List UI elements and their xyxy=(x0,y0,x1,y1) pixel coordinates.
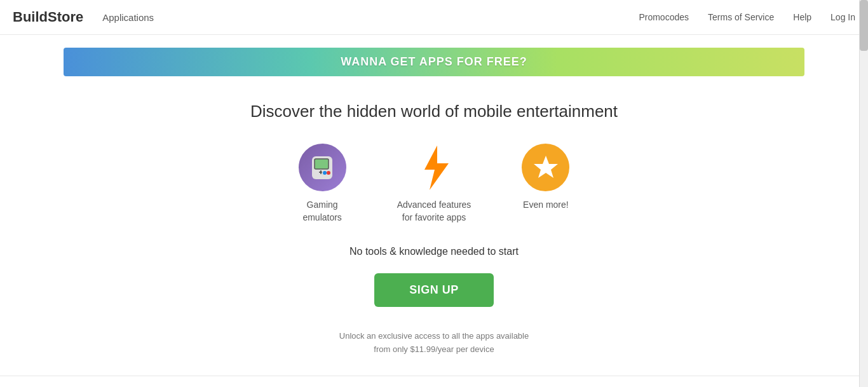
navbar: BuildStore Applications Promocodes Terms… xyxy=(0,0,868,35)
feature-advanced: Advanced featuresfor favorite apps xyxy=(397,144,471,224)
feature-gaming-emulators: Gamingemulators xyxy=(299,144,346,224)
svg-marker-6 xyxy=(424,146,449,190)
star-icon-wrap xyxy=(522,144,569,191)
star-svg xyxy=(532,154,560,182)
lightning-svg xyxy=(417,146,452,190)
scrollbar-thumb[interactable] xyxy=(860,0,868,51)
nav-link-promocodes[interactable]: Promocodes xyxy=(639,12,689,22)
feature-even-more: Even more! xyxy=(522,144,569,224)
advanced-features-label: Advanced featuresfor favorite apps xyxy=(397,199,471,224)
nav-link-terms[interactable]: Terms of Service xyxy=(708,12,774,22)
hero-title: Discover the hidden world of mobile ente… xyxy=(13,102,855,121)
nav-link-help[interactable]: Help xyxy=(793,12,811,22)
banner-text: WANNA GET APPS FOR FREE? xyxy=(341,55,527,69)
nav-link-login[interactable]: Log In xyxy=(831,12,855,22)
unlock-text: Unlock an exclusive access to all the ap… xyxy=(13,330,855,356)
gaming-emulators-icon xyxy=(299,144,346,191)
signup-button[interactable]: SIGN UP xyxy=(374,273,494,307)
svg-point-3 xyxy=(323,171,327,175)
promo-banner: WANNA GET APPS FOR FREE? xyxy=(64,48,804,76)
features-row: Gamingemulators Advanced featuresfor fav… xyxy=(13,144,855,224)
advanced-icon-wrap xyxy=(410,144,458,191)
no-tools-text: No tools & knowledge needed to start xyxy=(13,246,855,257)
gaming-emulators-label: Gamingemulators xyxy=(302,199,341,224)
brand-logo[interactable]: BuildStore xyxy=(13,9,83,25)
scrollbar[interactable] xyxy=(859,0,868,387)
navbar-right: Promocodes Terms of Service Help Log In xyxy=(639,12,855,22)
svg-point-2 xyxy=(327,171,330,175)
even-more-label: Even more! xyxy=(523,199,569,212)
svg-marker-7 xyxy=(534,156,558,178)
navbar-applications-link[interactable]: Applications xyxy=(102,12,154,23)
svg-rect-1 xyxy=(315,159,329,169)
retro-gaming-section: Retro Gaming xyxy=(0,376,868,387)
svg-rect-5 xyxy=(320,170,322,174)
hero-section: Discover the hidden world of mobile ente… xyxy=(0,76,868,376)
gameboy-svg xyxy=(307,153,337,183)
